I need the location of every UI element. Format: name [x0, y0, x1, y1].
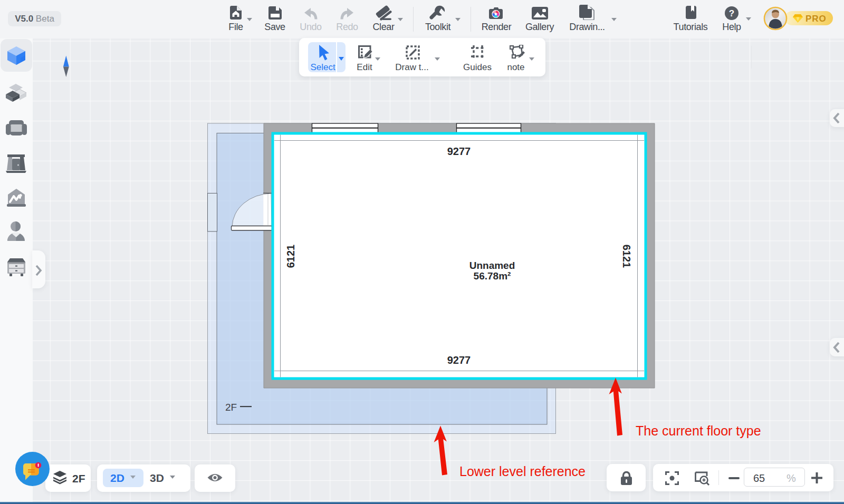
svg-text:?: ?	[729, 8, 734, 18]
svg-text:6121: 6121	[285, 245, 296, 268]
svg-text:9277: 9277	[447, 354, 471, 366]
svg-text:9277: 9277	[447, 146, 471, 157]
svg-text:56.78m²: 56.78m²	[474, 270, 511, 282]
svg-text:2F: 2F	[225, 402, 237, 413]
svg-text:Unnamed: Unnamed	[469, 260, 515, 271]
svg-text:6121: 6121	[621, 245, 632, 268]
